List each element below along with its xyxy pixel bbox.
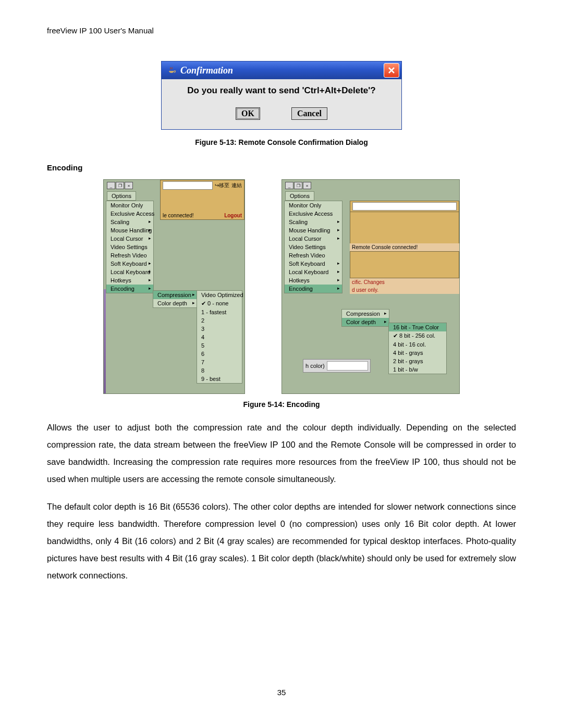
options-button[interactable]: Options	[285, 191, 314, 201]
compression-submenu: Video Optimized ✔ 0 - none 1 - fastest 2…	[197, 290, 242, 384]
menu-encoding[interactable]: Encoding	[106, 285, 153, 293]
menu-video-settings[interactable]: Video Settings	[106, 243, 153, 251]
menu-refresh-video[interactable]: Refresh Video	[106, 251, 153, 260]
menu-color-depth[interactable]: Color depth	[153, 299, 197, 307]
figure-5-13-caption: Figure 5-13: Remote Console Confirmation…	[195, 138, 368, 146]
menu-hotkeys[interactable]: Hotkeys	[106, 276, 153, 285]
connected-text: le connected!	[163, 213, 194, 218]
dialog-title: Confirmation	[180, 65, 384, 76]
nav-label: 連結	[231, 182, 242, 189]
remote-console-connected: Remote Console connected!	[350, 243, 459, 251]
comp-4[interactable]: 4	[197, 333, 242, 341]
depth-4g[interactable]: 4 bit - grays	[389, 349, 446, 357]
menu-exclusive-access[interactable]: Exclusive Access	[285, 209, 342, 218]
h-color-select[interactable]	[327, 361, 368, 371]
menu-mouse-handling[interactable]: Mouse Handling	[106, 226, 153, 235]
cancel-button[interactable]: Cancel	[291, 107, 327, 120]
comp-0-label: 0 - none	[207, 300, 228, 306]
options-button[interactable]: Options	[107, 191, 136, 201]
depth-2g[interactable]: 2 bit - grays	[389, 357, 446, 365]
dialog-question: Do you really want to send 'Ctrl+Alt+Del…	[167, 85, 396, 96]
notice-line2: d user only.	[350, 286, 459, 294]
menu-monitor-only[interactable]: Monitor Only	[106, 201, 153, 209]
menu-soft-keyboard[interactable]: Soft Keyboard	[106, 260, 153, 268]
options-menu: Monitor Only Exclusive Access Scaling Mo…	[284, 201, 342, 293]
background-panel-left: ↪移至 連結 le connected! Logout	[160, 180, 244, 220]
comp-0[interactable]: ✔ 0 - none	[197, 299, 242, 308]
comp-5[interactable]: 5	[197, 341, 242, 350]
menu-video-settings[interactable]: Video Settings	[285, 243, 342, 251]
comp-8[interactable]: 8	[197, 366, 242, 375]
close-icon: ×	[303, 182, 311, 189]
comp-3[interactable]: 3	[197, 325, 242, 333]
menu-mouse-handling[interactable]: Mouse Handling	[285, 226, 342, 235]
close-icon[interactable]	[384, 63, 399, 78]
menu-monitor-only[interactable]: Monitor Only	[285, 201, 342, 209]
depth-4[interactable]: 4 bit - 16 col.	[389, 340, 446, 349]
menu-local-keyboard[interactable]: Local Keyboard	[285, 268, 342, 276]
menu-local-keyboard[interactable]: Local Keyboard	[106, 268, 153, 276]
color-depth-submenu: 16 bit - True Color ✔ 8 bit - 256 col. 4…	[388, 323, 447, 374]
comp-6[interactable]: 6	[197, 350, 242, 358]
menu-hotkeys[interactable]: Hotkeys	[285, 276, 342, 285]
menu-exclusive-access[interactable]: Exclusive Access	[106, 209, 153, 218]
depth-8[interactable]: ✔ 8 bit - 256 col.	[389, 331, 446, 340]
moveto-text: 移至	[219, 182, 229, 188]
close-icon: ×	[125, 182, 133, 189]
menu-refresh-video[interactable]: Refresh Video	[285, 251, 342, 260]
options-menu: Monitor Only Exclusive Access Scaling Mo…	[106, 201, 154, 293]
comp-2[interactable]: 2	[197, 316, 242, 325]
comp-1[interactable]: 1 - fastest	[197, 308, 242, 316]
min-icon: _	[285, 182, 293, 189]
encoding-heading: Encoding	[47, 163, 516, 172]
confirmation-dialog: Confirmation Do you really want to send …	[161, 61, 402, 130]
menu-color-depth[interactable]: Color depth	[342, 318, 389, 326]
dropdown[interactable]	[352, 202, 457, 211]
depth-8-label: 8 bit - 256 col.	[399, 332, 435, 339]
restore-icon: ❐	[294, 182, 302, 189]
figure-5-14-caption: Figure 5-14: Encoding	[47, 400, 516, 409]
dropdown[interactable]	[163, 181, 213, 190]
page-header: freeView IP 100 User's Manual	[47, 26, 516, 35]
menu-soft-keyboard[interactable]: Soft Keyboard	[285, 260, 342, 268]
figure-5-14: _ ❐ × _ ❐ × Options Monitor Only Exclusi…	[47, 179, 516, 394]
encoding-submenu: Compression Color depth	[341, 309, 389, 327]
menu-local-cursor[interactable]: Local Cursor	[285, 235, 342, 243]
scrollbar-fragment	[104, 289, 106, 393]
depth-1[interactable]: 1 bit - b/w	[389, 365, 446, 374]
dialog-titlebar: Confirmation	[162, 61, 401, 79]
page-number: 35	[0, 688, 563, 697]
encoding-submenu: Compression Color depth	[153, 290, 198, 308]
restore-icon: ❐	[116, 182, 124, 189]
encoding-shot-left: _ ❐ × _ ❐ × Options Monitor Only Exclusi…	[103, 179, 245, 394]
h-color-label: h color)	[305, 363, 325, 369]
paragraph-2: The default color depth is 16 Bit (65536…	[47, 498, 516, 584]
comp-7[interactable]: 7	[197, 358, 242, 366]
color-depth-label: Color depth	[157, 300, 187, 306]
comp-9[interactable]: 9 - best	[197, 375, 242, 383]
menu-compression[interactable]: Compression	[342, 310, 389, 318]
menu-encoding[interactable]: Encoding	[285, 285, 342, 293]
paragraph-1: Allows the user to adjust both the compr…	[47, 419, 516, 488]
moveto-label: ↪移至	[215, 182, 229, 189]
notice-line1: cific. Changes	[350, 278, 459, 286]
depth-16[interactable]: 16 bit - True Color	[389, 323, 446, 331]
menu-local-cursor[interactable]: Local Cursor	[106, 235, 153, 243]
comp-video-optimized[interactable]: Video Optimized	[197, 291, 242, 299]
ok-button[interactable]: OK	[236, 107, 260, 120]
menu-compression[interactable]: Compression	[153, 291, 197, 299]
encoding-shot-right: _ ❐ × Options Remote Console connected! …	[282, 179, 460, 394]
logout-link[interactable]: Logout	[224, 213, 242, 218]
java-cup-icon	[167, 66, 176, 75]
min-icon: _	[107, 182, 115, 189]
h-color-strip: h color)	[303, 359, 371, 373]
menu-scaling[interactable]: Scaling	[106, 218, 153, 226]
menu-scaling[interactable]: Scaling	[285, 218, 342, 226]
